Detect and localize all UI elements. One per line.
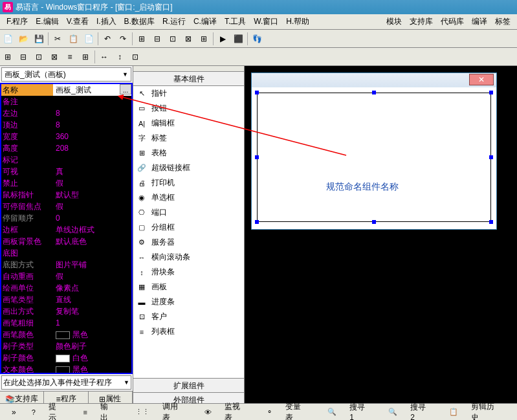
property-value[interactable]: 8 — [53, 119, 131, 131]
property-value[interactable]: 图片平铺 — [53, 259, 131, 271]
t2-9[interactable]: ⊡ — [128, 50, 142, 64]
menu-tools[interactable]: T.工具 — [221, 16, 250, 27]
property-grid[interactable]: 名称...备注左边8顶边8宽度360高度208标记可视真禁止假鼠标指针默认型可停… — [0, 83, 133, 374]
menu-module[interactable]: 模块 — [382, 16, 406, 27]
align4-icon[interactable]: ⊠ — [181, 32, 195, 46]
t2-8[interactable]: ↕ — [113, 50, 127, 64]
component-selector[interactable]: 画板_测试（画板) ▼ — [1, 67, 131, 82]
design-canvas[interactable]: ✕ 规范命名组件名称 — [245, 66, 517, 406]
close-button[interactable]: ✕ — [469, 74, 494, 85]
component-item[interactable]: 🔗超级链接框 — [133, 160, 244, 175]
menu-window[interactable]: W.窗口 — [250, 16, 282, 27]
component-item[interactable]: ⚙服务器 — [133, 235, 244, 250]
stop-icon[interactable]: ⬛ — [231, 32, 245, 46]
menu-view[interactable]: V.查看 — [63, 16, 93, 27]
menu-lib[interactable]: 支持库 — [406, 16, 437, 27]
property-row[interactable]: 画笔颜色黑色 — [1, 329, 131, 340]
property-value[interactable]: 默认底色 — [53, 236, 131, 247]
tab-hint[interactable]: ?提示 — [21, 401, 73, 421]
property-value[interactable]: 0 — [53, 212, 131, 224]
property-value[interactable]: 白色 — [53, 352, 131, 364]
tab-clipboard[interactable]: 📋剪辑历史 — [439, 401, 511, 421]
property-value[interactable]: 8 — [53, 107, 131, 119]
component-item[interactable]: ⊞表格 — [133, 146, 244, 160]
property-value[interactable]: 208 — [53, 142, 131, 154]
property-row[interactable]: 边框单线边框式 — [1, 224, 131, 236]
align3-icon[interactable]: ⊡ — [166, 32, 180, 46]
property-value[interactable]: 默认型 — [53, 189, 131, 201]
property-value[interactable] — [53, 247, 131, 259]
t2-7[interactable]: ↔ — [97, 50, 111, 64]
property-row[interactable]: 刷子类型颜色刷子 — [1, 340, 131, 352]
menu-help[interactable]: H.帮助 — [282, 16, 313, 27]
property-value[interactable]: 直线 — [53, 294, 131, 305]
undo-icon[interactable]: ↶ — [100, 32, 115, 46]
cut-icon[interactable]: ✂ — [50, 32, 65, 46]
palette-header[interactable]: 基本组件 — [133, 72, 244, 86]
align5-icon[interactable]: ⊞ — [197, 32, 211, 46]
menu-edit[interactable]: E.编辑 — [32, 16, 62, 27]
property-input[interactable] — [56, 84, 107, 96]
component-item[interactable]: ▢分组框 — [133, 220, 244, 235]
new-icon[interactable]: 📄 — [1, 32, 15, 46]
copy-icon[interactable]: 📋 — [66, 32, 80, 46]
designed-window[interactable]: ✕ 规范命名组件名称 — [251, 72, 497, 230]
expand-icon[interactable]: » — [6, 408, 21, 417]
property-row[interactable]: 绘画单位像素点 — [1, 282, 131, 294]
property-row[interactable]: 可停留焦点假 — [1, 201, 131, 212]
menu-coderepo[interactable]: 代码库 — [437, 16, 468, 27]
property-value[interactable]: 假 — [53, 201, 131, 212]
debug-icon[interactable]: 👣 — [250, 32, 264, 46]
property-row[interactable]: 禁止假 — [1, 177, 131, 189]
property-row[interactable]: 停留顺序0 — [1, 212, 131, 224]
property-row[interactable]: 刷子颜色白色 — [1, 352, 131, 364]
save-icon[interactable]: 💾 — [32, 32, 46, 46]
menu-tags[interactable]: 标签 — [491, 16, 514, 27]
property-row[interactable]: 鼠标指针默认型 — [1, 189, 131, 201]
property-row[interactable]: 画笔粗细1 — [1, 317, 131, 329]
component-item[interactable]: ≡列表框 — [133, 324, 244, 339]
menu-program[interactable]: F.程序 — [3, 16, 32, 27]
t2-5[interactable]: ≡ — [63, 50, 77, 64]
run-icon[interactable]: ▶ — [215, 32, 230, 46]
component-item[interactable]: ▦画板 — [133, 280, 244, 294]
property-row[interactable]: 底图方式图片平铺 — [1, 259, 131, 271]
tab-search1[interactable]: 🔍搜寻1 — [317, 402, 378, 420]
menu-compile2[interactable]: 编译 — [468, 16, 491, 27]
property-value[interactable]: ... — [53, 84, 131, 96]
menu-database[interactable]: B.数据库 — [120, 16, 159, 27]
component-item[interactable]: ↔横向滚动条 — [133, 250, 244, 265]
ellipsis-button[interactable]: ... — [120, 84, 131, 94]
menu-insert[interactable]: I.插入 — [93, 16, 120, 27]
property-row[interactable]: 画笔类型直线 — [1, 294, 131, 305]
property-value[interactable] — [53, 154, 131, 166]
component-item[interactable]: ↖指针 — [133, 86, 244, 101]
t2-1[interactable]: ⊞ — [1, 50, 15, 64]
property-row[interactable]: 自动重画假 — [1, 271, 131, 282]
property-row[interactable]: 画出方式复制笔 — [1, 305, 131, 317]
align-icon[interactable]: ⊞ — [135, 32, 149, 46]
align2-icon[interactable]: ⊟ — [150, 32, 164, 46]
component-item[interactable]: ↕滑块条 — [133, 265, 244, 280]
menu-compile[interactable]: C.编译 — [190, 16, 221, 27]
component-item[interactable]: 字标签 — [133, 131, 244, 146]
property-value[interactable]: 复制笔 — [53, 305, 131, 317]
property-row[interactable]: 文本颜色黑色 — [1, 364, 131, 374]
component-item[interactable]: ▭按钮 — [133, 101, 244, 116]
property-row[interactable]: 底图 — [1, 247, 131, 259]
paste-icon[interactable]: 📄 — [82, 32, 96, 46]
tab-calltree[interactable]: ⋮⋮调用表 — [125, 401, 194, 421]
property-row[interactable]: 备注 — [1, 96, 131, 107]
t2-6[interactable]: ⊞ — [78, 50, 93, 64]
property-row[interactable]: 左边8 — [1, 107, 131, 119]
property-value[interactable]: 假 — [53, 271, 131, 282]
t2-4[interactable]: ⊠ — [47, 50, 61, 64]
property-value[interactable]: 黑色 — [53, 329, 131, 340]
canvas-component[interactable]: 规范命名组件名称 — [257, 93, 491, 222]
event-selector[interactable]: 在此处选择加入事件处理子程序 ▼ — [1, 375, 131, 390]
t2-3[interactable]: ⊡ — [32, 50, 46, 64]
property-row[interactable]: 名称... — [1, 84, 131, 96]
component-item[interactable]: ⎔端口 — [133, 205, 244, 220]
tab-vars[interactable]: ⚬变量表 — [256, 401, 317, 421]
t2-2[interactable]: ⊟ — [16, 50, 30, 64]
